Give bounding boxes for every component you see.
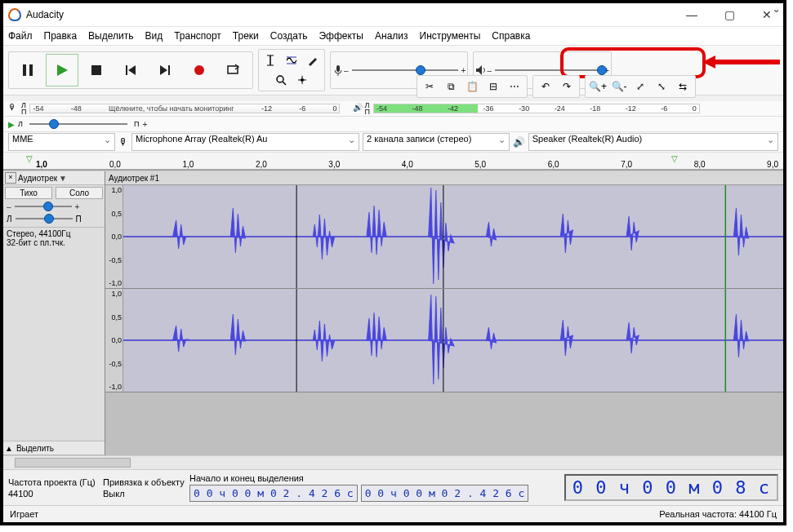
menu-help[interactable]: Справка (492, 30, 530, 42)
svg-rect-20 (336, 65, 340, 72)
selection-end[interactable]: 0 0 ч 0 0 м 0 2 . 4 2 6 с (361, 485, 529, 502)
time-ruler[interactable]: ▽ 1,0 ▽ 0,01,02,03,04,05,06,07,08,09,0 (3, 153, 783, 171)
menu-tracks[interactable]: Треки (233, 30, 259, 42)
output-spk-icon: 🔊 (513, 136, 525, 148)
device-row: MME 🎙 Microphone Array (Realtek(R) Au 2 … (3, 132, 783, 153)
selection-tool-icon[interactable] (261, 51, 280, 70)
zoom-out-icon[interactable]: 🔍- (609, 78, 629, 95)
mute-button[interactable]: Тихо (5, 187, 52, 199)
rec-meter[interactable]: -54-48Щёлкните, чтобы начать мониторинг-… (29, 104, 340, 113)
annotation-arrow (702, 54, 784, 70)
playback-slider-row: ▶ Л П + (3, 117, 783, 132)
app-logo-icon (8, 8, 21, 21)
zoom-fit-icon[interactable]: ⤡ (652, 78, 671, 95)
track-header[interactable]: × Аудиотрек ▼ (3, 171, 105, 185)
menu-edit[interactable]: Правка (44, 30, 78, 42)
input-mic-icon: 🎙 (118, 136, 128, 148)
zoom-group: 🔍+ 🔍- ⤢ ⤡ ⇆ (585, 75, 696, 98)
menu-file[interactable]: Файл (8, 30, 33, 42)
menu-transport[interactable]: Транспорт (174, 30, 221, 42)
track-gain-slider[interactable] (15, 203, 72, 210)
status-state: Играет (10, 509, 38, 519)
track-close-icon[interactable]: × (5, 172, 16, 184)
play-start-marker-icon[interactable]: ▽ (26, 154, 33, 163)
edit-group: ✂ ⧉ 📋 ⊟ ⋯ (417, 75, 528, 98)
audio-position[interactable]: 0 0 ч 0 0 м 0 8 с (564, 474, 778, 501)
meter-row: 🎙 ЛП -54-48Щёлкните, чтобы начать монито… (3, 101, 783, 117)
silence-icon[interactable]: ⋯ (505, 78, 524, 95)
track-menu-chevron-icon[interactable]: ▼ (59, 174, 67, 183)
selection-start[interactable]: 0 0 ч 0 0 м 0 2 . 4 2 6 с (189, 485, 358, 502)
menu-select[interactable]: Выделить (88, 30, 133, 42)
menu-generate[interactable]: Создать (270, 30, 308, 42)
pan-r-label: П (134, 120, 139, 128)
channel-left[interactable]: 1,00,50,0-0,5-1,0 (105, 185, 783, 289)
track-pan-slider[interactable] (16, 215, 73, 222)
svg-marker-24 (702, 55, 715, 69)
redo-icon[interactable]: ↷ (557, 78, 577, 95)
track-panel: × Аудиотрек ▼ Тихо Соло –+ ЛП Стерео, 44… (3, 171, 105, 455)
playback-speed-slider[interactable] (29, 121, 127, 127)
zoom-in-icon[interactable]: 🔍+ (588, 78, 608, 95)
h-scrollbar[interactable] (3, 455, 783, 469)
collapse-chevron-icon[interactable]: ▲ (5, 444, 13, 453)
copy-icon[interactable]: ⧉ (441, 78, 461, 95)
y-labels-right: 1,00,50,0-0,5-1,0 (105, 289, 123, 392)
trim-icon[interactable]: ⊟ (483, 78, 503, 95)
playhead-play-icon[interactable]: ▶ (8, 120, 15, 129)
status-rate: Реальная частота: 44100 Гц (659, 509, 777, 519)
host-select[interactable]: MME (8, 133, 115, 151)
project-rate-select[interactable]: 44100 (8, 489, 98, 499)
snap-select[interactable]: Выкл (103, 489, 185, 499)
app-window: Audacity — ▢ ✕ Файл Правка Выделить Вид … (0, 0, 786, 525)
undo-icon[interactable]: ↶ (536, 78, 555, 95)
channel-right[interactable]: 1,00,50,0-0,5-1,0 (105, 289, 783, 392)
play-meter[interactable]: -54-48-42-36-30-24-18-12-60 (373, 104, 700, 113)
waveform-area[interactable]: Аудиотрек #1 1,00,50,0-0,5-1,0 (105, 171, 783, 455)
status-bar: Играет Реальная частота: 44100 Гц (3, 505, 783, 522)
y-labels-left: 1,00,50,0-0,5-1,0 (105, 185, 123, 288)
track-area: × Аудиотрек ▼ Тихо Соло –+ ЛП Стерео, 44… (3, 171, 783, 455)
play-meter-spk-icon[interactable]: 🔊 (353, 103, 364, 114)
solo-button[interactable]: Соло (56, 187, 103, 199)
input-select[interactable]: Microphone Array (Realtek(R) Au (131, 133, 359, 151)
window-title: Audacity (26, 9, 64, 20)
rec-meter-ch-labels: ЛП (21, 102, 26, 115)
clip-title[interactable]: Аудиотрек #1 (105, 171, 783, 185)
channels-select[interactable]: 2 канала записи (стерео) (363, 133, 510, 151)
undo-group: ↶ ↷ (532, 75, 580, 98)
selection-mode-select[interactable]: Начало и конец выделения (189, 473, 426, 483)
rec-meter-mic-icon[interactable]: 🎙 (8, 103, 20, 114)
draw-tool-icon[interactable] (303, 51, 323, 70)
play-meter-ch-labels: ЛП (364, 102, 369, 115)
output-select[interactable]: Speaker (Realtek(R) Audio) (528, 133, 778, 151)
menu-tools[interactable]: Инструменты (420, 30, 481, 42)
pan-l-label: Л (18, 120, 23, 128)
zoom-toggle-icon[interactable]: ⇆ (673, 78, 693, 95)
paste-icon[interactable]: 📋 (462, 78, 482, 95)
menu-bar: Файл Правка Выделить Вид Транспорт Треки… (3, 27, 783, 46)
zoom-sel-icon[interactable]: ⤢ (630, 78, 650, 95)
track-select-button[interactable]: Выделить (16, 444, 54, 453)
selection-bar: Частота проекта (Гц) 44100 Привязка к об… (3, 469, 783, 505)
cut-icon[interactable]: ✂ (420, 78, 439, 95)
maximize-button[interactable]: ▢ (718, 8, 741, 21)
menu-effects[interactable]: Эффекты (319, 30, 363, 42)
menu-analyze[interactable]: Анализ (375, 30, 408, 42)
minimize-button[interactable]: — (680, 8, 703, 21)
menu-view[interactable]: Вид (145, 30, 163, 42)
title-bar: Audacity — ▢ ✕ (3, 3, 783, 27)
envelope-tool-icon[interactable] (282, 51, 301, 70)
toolbar-edit: ✂ ⧉ 📋 ⊟ ⋯ ↶ ↷ 🔍+ 🔍- ⤢ ⤡ ⇆ (3, 72, 783, 101)
